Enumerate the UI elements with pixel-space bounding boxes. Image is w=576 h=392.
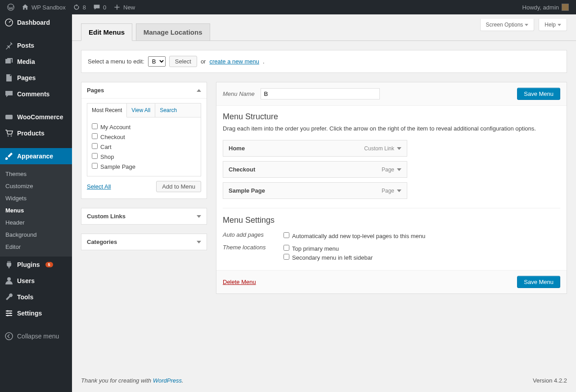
comment-icon <box>93 4 100 11</box>
submenu-menus[interactable]: Menus <box>0 204 72 216</box>
submenu-background[interactable]: Background <box>0 229 72 241</box>
page-checkbox[interactable] <box>92 133 98 139</box>
page-list-item[interactable]: Shop <box>92 152 196 162</box>
menu-select-row: Select a menu to edit: B Select or creat… <box>81 50 567 73</box>
sidebar-item-pages[interactable]: Pages <box>0 70 72 86</box>
loc2-checkbox[interactable] <box>284 254 289 260</box>
comments-link[interactable]: 0 <box>90 0 110 14</box>
sidebar-item-plugins[interactable]: Plugins5 <box>0 257 72 273</box>
menu-item-title: Checkout <box>229 166 255 173</box>
chevron-down-icon <box>397 189 401 192</box>
collapse-icon <box>4 332 14 341</box>
menu-item[interactable]: HomeCustom Link <box>223 140 407 157</box>
pages-postbox-header[interactable]: Pages <box>81 82 207 99</box>
select-button[interactable]: Select <box>169 56 197 67</box>
submenu-editor[interactable]: Editor <box>0 241 72 253</box>
plugin-count-badge: 5 <box>45 262 53 267</box>
save-menu-button-top[interactable]: Save Menu <box>517 88 560 100</box>
user-icon <box>4 276 14 285</box>
categories-header[interactable]: Categories <box>81 234 207 250</box>
submenu-widgets[interactable]: Widgets <box>0 192 72 204</box>
chevron-up-icon <box>197 89 201 92</box>
add-to-menu-button[interactable]: Add to Menu <box>156 181 201 192</box>
sidebar-item-settings[interactable]: Settings <box>0 305 72 321</box>
delete-menu-link[interactable]: Delete Menu <box>223 279 256 285</box>
woo-icon <box>4 113 14 122</box>
pin-icon <box>4 41 14 50</box>
screen-options-button[interactable]: Screen Options <box>480 19 535 31</box>
chevron-down-icon <box>525 24 528 26</box>
submenu-themes[interactable]: Themes <box>0 168 72 180</box>
sidebar-item-media[interactable]: Media <box>0 54 72 70</box>
location-top-primary[interactable]: Top primary menu <box>284 244 373 253</box>
menu-item-type: Page <box>382 188 401 194</box>
sidebar-item-posts[interactable]: Posts <box>0 37 72 54</box>
collapse-menu[interactable]: Collapse menu <box>0 328 72 344</box>
account-link[interactable]: Howdy, admin <box>519 0 572 14</box>
page-list-item[interactable]: Checkout <box>92 132 196 142</box>
svg-point-9 <box>5 333 13 340</box>
or-text: or <box>201 58 206 65</box>
select-all-link[interactable]: Select All <box>87 183 111 190</box>
page-list-item[interactable]: Sample Page <box>92 162 196 171</box>
sidebar-item-woocommerce[interactable]: WooCommerce <box>0 109 72 125</box>
home-icon <box>22 4 29 11</box>
update-icon <box>73 4 80 11</box>
menu-edit-panel: Menu Name Save Menu Menu Structure Drag … <box>216 82 567 294</box>
create-menu-link[interactable]: create a new menu <box>209 58 259 65</box>
sidebar-item-tools[interactable]: Tools <box>0 289 72 305</box>
page-checkbox[interactable] <box>92 123 98 129</box>
wordpress-link[interactable]: WordPress <box>153 377 182 384</box>
cart-icon <box>4 129 14 138</box>
menu-structure-heading: Menu Structure <box>223 112 560 122</box>
auto-add-label: Auto add pages <box>223 231 284 240</box>
svg-point-7 <box>9 312 11 314</box>
menu-name-input[interactable] <box>261 88 380 99</box>
menu-name-label: Menu Name <box>223 90 255 97</box>
auto-add-option[interactable]: Automatically add new top-level pages to… <box>284 231 425 240</box>
menu-item[interactable]: Sample PagePage <box>223 182 407 199</box>
help-button[interactable]: Help <box>539 19 567 31</box>
location-secondary-sidebar[interactable]: Secondary menu in left sidebar <box>284 253 373 262</box>
tab-edit-menus[interactable]: Edit Menus <box>81 23 132 41</box>
chevron-down-icon <box>197 215 201 218</box>
submenu-header[interactable]: Header <box>0 216 72 229</box>
custom-links-header[interactable]: Custom Links <box>81 208 207 224</box>
brush-icon <box>4 152 14 161</box>
admin-bar: WP Sandbox 8 0 New Howdy, admin <box>0 0 576 14</box>
sidebar-item-dashboard[interactable]: Dashboard <box>0 14 72 31</box>
categories-postbox: Categories <box>81 234 207 250</box>
updates-link[interactable]: 8 <box>69 0 90 14</box>
menu-item-title: Home <box>229 145 245 152</box>
sidebar-item-comments[interactable]: Comments <box>0 86 72 102</box>
svg-point-5 <box>7 277 11 281</box>
sidebar-item-users[interactable]: Users <box>0 273 72 289</box>
chevron-down-icon <box>197 241 201 243</box>
wp-logo[interactable] <box>4 0 18 14</box>
submenu-customize[interactable]: Customize <box>0 180 72 192</box>
menu-item-title: Sample Page <box>229 187 265 194</box>
menu-settings-heading: Menu Settings <box>223 216 560 225</box>
wrench-icon <box>4 293 14 302</box>
tab-manage-locations[interactable]: Manage Locations <box>136 23 210 41</box>
new-link[interactable]: New <box>110 0 139 14</box>
content-area: Screen Options Help Edit Menus Manage Lo… <box>72 14 576 392</box>
menu-select[interactable]: B <box>148 56 166 67</box>
tab-search[interactable]: Search <box>155 104 181 117</box>
menu-item-type: Custom Link <box>364 145 401 152</box>
dashboard-icon <box>4 18 14 27</box>
auto-add-checkbox[interactable] <box>284 232 289 238</box>
sidebar-item-appearance[interactable]: Appearance <box>0 148 72 164</box>
page-list-item[interactable]: Cart <box>92 142 196 152</box>
save-menu-button-bottom[interactable]: Save Menu <box>517 276 560 288</box>
page-checkbox[interactable] <box>92 143 98 149</box>
page-checkbox[interactable] <box>92 163 98 169</box>
tab-view-all[interactable]: View All <box>127 104 155 117</box>
tab-most-recent[interactable]: Most Recent <box>87 104 127 117</box>
sidebar-item-products[interactable]: Products <box>0 125 72 141</box>
page-list-item[interactable]: My Account <box>92 122 196 132</box>
menu-item[interactable]: CheckoutPage <box>223 161 407 178</box>
page-checkbox[interactable] <box>92 153 98 159</box>
loc1-checkbox[interactable] <box>284 245 289 251</box>
site-name-link[interactable]: WP Sandbox <box>18 0 69 14</box>
